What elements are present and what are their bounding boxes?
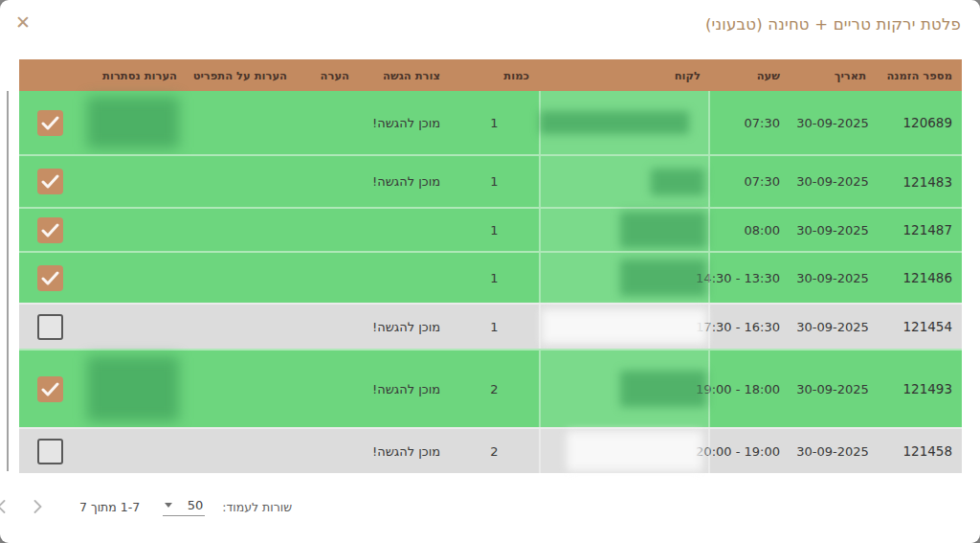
date-cell: 30-09-2025 bbox=[790, 91, 876, 154]
menu-notes-cell bbox=[187, 253, 297, 303]
quantity-cell: 1 bbox=[450, 305, 539, 349]
prev-page-button[interactable] bbox=[0, 495, 12, 518]
redacted-hidden-notes bbox=[87, 97, 179, 148]
table-row: 12145830-09-202519:00 - 20:002מוכן להגשה… bbox=[19, 427, 962, 473]
orders-table: מספר הזמנה תאריך שעה לקוח כמות צורת הגשה… bbox=[19, 59, 962, 473]
note-cell bbox=[297, 253, 359, 303]
note-cell bbox=[297, 429, 359, 473]
time-cell: 07:30 bbox=[710, 91, 790, 154]
checkbox-cell bbox=[19, 305, 81, 349]
checkbox-cell bbox=[19, 429, 81, 473]
chevron-down-icon bbox=[165, 503, 172, 508]
row-checkbox[interactable] bbox=[37, 217, 63, 243]
time-cell: 08:00 bbox=[710, 209, 790, 251]
hidden-notes-cell bbox=[81, 91, 187, 154]
redacted-hidden-notes bbox=[87, 356, 179, 421]
close-icon[interactable]: ✕ bbox=[12, 11, 33, 33]
order-number-cell: 121493 bbox=[876, 351, 962, 427]
quantity-cell: 1 bbox=[450, 253, 539, 303]
next-page-button[interactable] bbox=[26, 495, 49, 518]
table-body: 12068930-09-202507:301מוכן להגשה!1214833… bbox=[19, 91, 962, 473]
note-cell bbox=[297, 209, 359, 251]
checkbox-cell bbox=[19, 253, 81, 303]
time-cell: 19:00 - 20:00 bbox=[710, 429, 790, 473]
serving-style-cell bbox=[359, 253, 450, 303]
order-number-cell: 121483 bbox=[876, 156, 962, 207]
col-header-time: שעה bbox=[710, 69, 790, 82]
note-cell bbox=[297, 156, 359, 207]
checkbox-cell bbox=[19, 156, 81, 207]
col-header-menu-notes: הערות על התפריט bbox=[187, 69, 297, 82]
menu-notes-cell bbox=[187, 351, 297, 427]
hidden-notes-cell bbox=[81, 429, 187, 473]
row-checkbox[interactable] bbox=[37, 314, 63, 340]
serving-style-cell: מוכן להגשה! bbox=[359, 351, 450, 427]
redacted-customer-name bbox=[540, 111, 689, 134]
col-header-note: הערה bbox=[297, 69, 359, 82]
row-checkbox[interactable] bbox=[37, 439, 63, 464]
serving-style-cell: מוכן להגשה! bbox=[359, 429, 450, 473]
order-number-cell: 121486 bbox=[876, 253, 962, 303]
redacted-customer-name bbox=[567, 431, 702, 471]
col-header-quantity: כמות bbox=[450, 69, 539, 82]
date-cell: 30-09-2025 bbox=[790, 351, 876, 427]
col-header-serving: צורת הגשה bbox=[359, 69, 450, 82]
serving-style-cell bbox=[359, 209, 450, 251]
quantity-cell: 2 bbox=[450, 429, 539, 473]
redacted-customer-name bbox=[651, 169, 704, 195]
customer-cell bbox=[539, 156, 710, 207]
time-cell: 18:00 - 19:00 bbox=[710, 351, 790, 427]
vertical-scrollbar[interactable] bbox=[7, 91, 9, 471]
menu-notes-cell bbox=[187, 156, 297, 207]
pagination-bar: שורות לעמוד: 50 1-7 מתוך 7 bbox=[0, 495, 292, 518]
quantity-cell: 2 bbox=[450, 351, 539, 427]
menu-notes-cell bbox=[187, 429, 297, 473]
note-cell bbox=[297, 305, 359, 349]
time-cell: 16:30 - 17:30 bbox=[710, 305, 790, 349]
row-checkbox[interactable] bbox=[37, 110, 63, 136]
hidden-notes-cell bbox=[81, 351, 187, 427]
chevron-right-icon bbox=[33, 500, 42, 513]
quantity-cell: 1 bbox=[450, 156, 539, 207]
customer-cell bbox=[539, 305, 710, 349]
table-row: 12145430-09-202516:30 - 17:301מוכן להגשה… bbox=[19, 303, 962, 349]
serving-style-cell: מוכן להגשה! bbox=[359, 156, 450, 207]
note-cell bbox=[297, 91, 359, 154]
customer-cell bbox=[539, 209, 710, 251]
table-header-row: מספר הזמנה תאריך שעה לקוח כמות צורת הגשה… bbox=[19, 59, 962, 91]
date-cell: 30-09-2025 bbox=[790, 209, 876, 251]
checkbox-cell bbox=[19, 209, 81, 251]
hidden-notes-cell bbox=[81, 209, 187, 251]
checkbox-cell bbox=[19, 91, 81, 154]
rows-per-page-value: 50 bbox=[188, 498, 204, 512]
pagination-range: 1-7 מתוך 7 bbox=[79, 500, 140, 514]
order-number-cell: 120689 bbox=[876, 91, 962, 154]
rows-per-page-select[interactable]: 50 bbox=[163, 498, 205, 516]
col-header-hidden-notes: הערות נסתרות bbox=[81, 69, 187, 82]
order-number-cell: 121458 bbox=[876, 429, 962, 473]
row-checkbox[interactable] bbox=[37, 376, 63, 402]
date-cell: 30-09-2025 bbox=[790, 429, 876, 473]
note-cell bbox=[297, 351, 359, 427]
serving-style-cell: מוכן להגשה! bbox=[359, 305, 450, 349]
menu-notes-cell bbox=[187, 91, 297, 154]
customer-cell bbox=[539, 429, 710, 473]
order-dialog: ✕ פלטת ירקות טריים + טחינה (טבעוני) מספר… bbox=[0, 0, 980, 543]
redacted-customer-name bbox=[542, 309, 706, 344]
table-row: 12068930-09-202507:301מוכן להגשה! bbox=[19, 91, 962, 154]
checkbox-cell bbox=[19, 351, 81, 427]
row-checkbox[interactable] bbox=[37, 265, 63, 291]
rows-per-page-label: שורות לעמוד: bbox=[222, 500, 292, 514]
dialog-title: פלטת ירקות טריים + טחינה (טבעוני) bbox=[705, 15, 961, 34]
table-row: 12148730-09-202508:001 bbox=[19, 207, 962, 251]
table-row: 12148630-09-202513:30 - 14:301 bbox=[19, 251, 962, 303]
quantity-cell: 1 bbox=[450, 91, 539, 154]
date-cell: 30-09-2025 bbox=[790, 305, 876, 349]
redacted-customer-name bbox=[620, 212, 706, 248]
row-checkbox[interactable] bbox=[37, 169, 63, 194]
hidden-notes-cell bbox=[81, 305, 187, 349]
date-cell: 30-09-2025 bbox=[790, 156, 876, 207]
quantity-cell: 1 bbox=[450, 209, 539, 251]
redacted-customer-name bbox=[620, 260, 706, 296]
customer-cell bbox=[539, 253, 710, 303]
